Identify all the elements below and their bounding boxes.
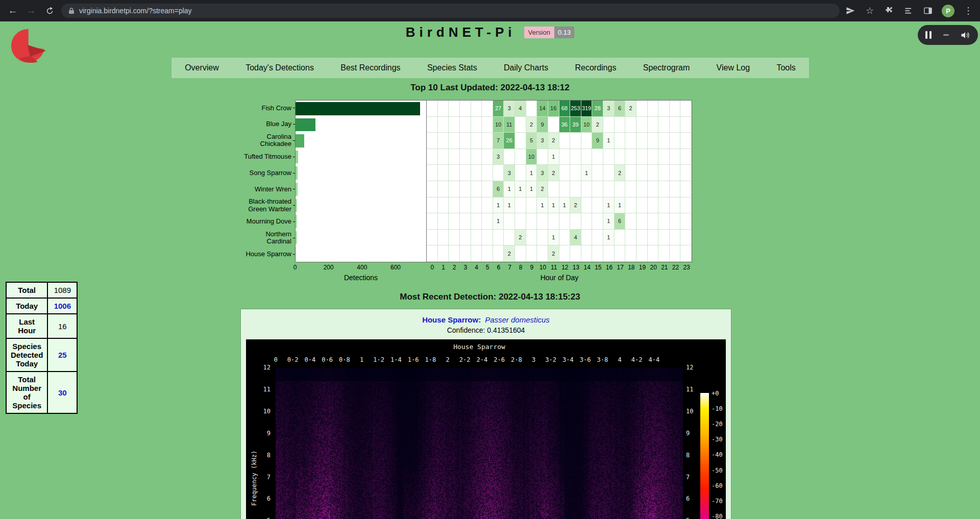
heatmap-cell	[460, 213, 471, 230]
version-badge: Version0.13	[524, 27, 575, 38]
nav-item-daily-charts[interactable]: Daily Charts	[500, 63, 552, 72]
url-bar[interactable]: virginia.birdnetpi.com/?stream=play	[61, 4, 840, 18]
heatmap-cell	[570, 149, 581, 165]
heatmap-cell	[636, 117, 648, 133]
heatmap-cell: 3	[537, 165, 548, 181]
heatmap-cell: 2	[625, 101, 636, 117]
hour-axis-tick: 18	[626, 264, 637, 271]
hour-axis-tick: 16	[604, 264, 615, 271]
heatmap-cell	[570, 245, 581, 262]
spectrogram-y-tick: 11	[686, 386, 701, 393]
nav-item-spectrogram[interactable]: Spectrogram	[639, 63, 694, 72]
browser-back-button[interactable]: ←	[6, 4, 19, 17]
heatmap-cell	[636, 149, 648, 165]
detection-bar	[296, 215, 297, 228]
heatmap-cell	[515, 149, 526, 165]
hour-axis-tick: 9	[526, 264, 537, 271]
heatmap-cell: 319	[581, 101, 593, 117]
heatmap-cell	[592, 230, 603, 246]
seek-handle[interactable]	[943, 34, 949, 36]
detection-bar	[296, 118, 315, 132]
spectrogram-y-tick: 5	[255, 517, 271, 519]
heatmap-cell	[515, 133, 526, 149]
heatmap-cell	[581, 133, 593, 149]
heatmap-cell: 1	[603, 133, 615, 149]
heatmap-cell	[460, 245, 471, 262]
heatmap-cell	[526, 230, 537, 246]
heatmap-cell: 1	[603, 197, 615, 214]
nav-item-view-log[interactable]: View Log	[713, 63, 754, 72]
spectrogram-x-tick: 2·2	[459, 356, 471, 363]
heatmap-cell	[592, 165, 603, 181]
send-button[interactable]	[845, 5, 856, 16]
detection-common-name[interactable]: House Sparrow:	[422, 315, 481, 324]
spectrogram-x-tick: 1·2	[373, 356, 384, 363]
heatmap-cell	[625, 133, 636, 149]
heatmap-cell	[615, 181, 626, 197]
spectrogram-y-tick: 9	[255, 430, 271, 437]
heatmap-cell: 2	[592, 117, 603, 133]
heatmap-cell	[625, 165, 636, 181]
browser-forward-button[interactable]: →	[24, 4, 38, 17]
pause-button[interactable]	[925, 31, 932, 39]
side-panel-button[interactable]	[922, 5, 934, 16]
heatmap-cell: 1	[537, 197, 548, 214]
nav-item-species-stats[interactable]: Species Stats	[423, 63, 481, 72]
bar-axis-tick: 400	[357, 264, 367, 271]
reading-list-button[interactable]	[903, 5, 914, 16]
heatmap-cell	[449, 101, 460, 117]
spectrogram-y-tick: 9	[686, 430, 701, 437]
heatmap-cell	[592, 245, 603, 262]
heatmap-cell: 3	[603, 101, 615, 117]
heatmap-cell	[581, 230, 593, 246]
browser-menu-button[interactable]: ⋮	[963, 5, 974, 16]
heatmap-cell	[482, 101, 493, 117]
colorbar-tick: +0	[712, 390, 719, 397]
detection-bar	[296, 151, 298, 164]
hour-axis-tick: 3	[460, 264, 471, 271]
heatmap-cell	[427, 197, 438, 214]
nav-item-best-recordings[interactable]: Best Recordings	[336, 63, 404, 72]
heatmap-cell: 1	[526, 165, 537, 181]
heatmap-cell	[581, 149, 593, 165]
nav-item-overview[interactable]: Overview	[181, 63, 223, 72]
heatmap-cell	[636, 101, 648, 117]
heatmap-cell: 7	[493, 133, 504, 149]
heatmap-cell	[438, 117, 449, 133]
heatmap-cell	[680, 149, 692, 165]
heatmap-cell	[438, 230, 449, 246]
nav-item-recordings[interactable]: Recordings	[571, 63, 620, 72]
recent-detection-line: Most Recent Detection: 2022-04-13 18:15:…	[0, 292, 980, 302]
browser-reload-button[interactable]	[43, 4, 56, 17]
detection-scientific-name[interactable]: Passer domesticus	[485, 315, 550, 324]
heatmap-cell	[482, 245, 493, 262]
nav-item-today-s-detections[interactable]: Today's Detections	[241, 63, 318, 72]
detection-bar	[296, 102, 420, 115]
chart-hour-ticks: 01234567891011121314151617181920212223	[427, 262, 692, 271]
heatmap-cell	[526, 101, 537, 117]
audio-player[interactable]	[918, 25, 978, 45]
profile-avatar[interactable]: P	[942, 5, 954, 17]
spectrogram-y-tick: 10	[686, 408, 701, 415]
heatmap-cell	[460, 165, 471, 181]
nav-item-tools[interactable]: Tools	[772, 63, 799, 72]
heatmap-cell	[625, 213, 636, 230]
bookmark-button[interactable]: ☆	[864, 5, 875, 16]
colorbar-tick: -60	[712, 482, 723, 489]
bar-axis-tick: 600	[390, 264, 401, 271]
spectrogram-title: House Sparrow	[276, 343, 683, 351]
volume-icon[interactable]	[960, 30, 970, 40]
extensions-button[interactable]	[884, 5, 895, 16]
page-body: BirdNET-PiVersion0.13 OverviewToday's De…	[0, 21, 980, 519]
heatmap-cell	[658, 133, 670, 149]
heatmap-cell: 1	[504, 197, 515, 214]
heatmap-cell	[581, 181, 593, 197]
heatmap-cell	[537, 213, 548, 230]
bar-row	[296, 197, 426, 214]
stats-value[interactable]: 30	[47, 372, 77, 413]
heatmap-cell	[680, 230, 692, 246]
stats-value[interactable]: 25	[47, 338, 77, 372]
species-label: Winter Wren	[220, 181, 295, 197]
heatmap-cell	[625, 230, 636, 246]
heatmap-cell: 3	[537, 133, 548, 149]
